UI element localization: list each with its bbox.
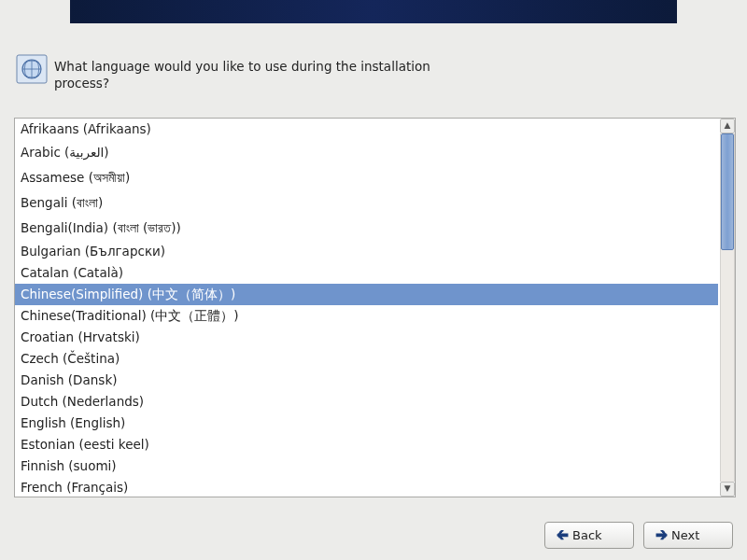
language-list[interactable]: Afrikaans (Afrikaans)Arabic (العربية)Ass… [14,118,736,497]
scroll-thumb[interactable] [721,133,734,250]
prompt-text: What language would you like to use duri… [54,58,446,91]
language-option[interactable]: Bulgarian (Български) [15,241,718,262]
language-option[interactable]: Bengali (বাংলা) [15,190,718,216]
arrow-right-icon: 🡲 [655,528,668,542]
language-option[interactable]: Dutch (Nederlands) [15,391,718,413]
language-option[interactable]: Danish (Dansk) [15,370,718,391]
language-option[interactable]: Afrikaans (Afrikaans) [15,119,718,140]
language-option[interactable]: Croatian (Hrvatski) [15,327,718,348]
next-button[interactable]: 🡲 Next [643,522,733,549]
next-button-label: Next [671,528,699,542]
globe-icon [16,53,48,88]
arrow-left-icon: 🡰 [557,528,569,542]
scroll-up-button[interactable] [720,119,735,133]
language-option[interactable]: Czech (Čeština) [15,348,718,370]
scrollbar[interactable] [719,119,736,497]
language-option[interactable]: English (English) [15,413,718,434]
scroll-down-button[interactable] [720,482,735,497]
language-option[interactable]: Catalan (Català) [15,262,718,284]
language-option[interactable]: Bengali(India) (বাংলা (ভারত)) [15,216,718,241]
scroll-track[interactable] [720,133,735,482]
language-option[interactable]: Finnish (suomi) [15,455,718,477]
back-button-label: Back [572,528,602,542]
language-option[interactable]: Assamese (অসমীয়া) [15,165,718,190]
language-option[interactable]: Arabic (العربية) [15,140,718,165]
language-option[interactable]: Chinese(Traditional) (中文（正體）) [15,305,718,327]
language-option[interactable]: Chinese(Simplified) (中文（简体）) [15,284,718,305]
language-option[interactable]: Estonian (eesti keel) [15,434,718,455]
back-button[interactable]: 🡰 Back [544,522,634,549]
header-banner [70,0,677,23]
language-option[interactable]: French (Français) [15,477,718,497]
